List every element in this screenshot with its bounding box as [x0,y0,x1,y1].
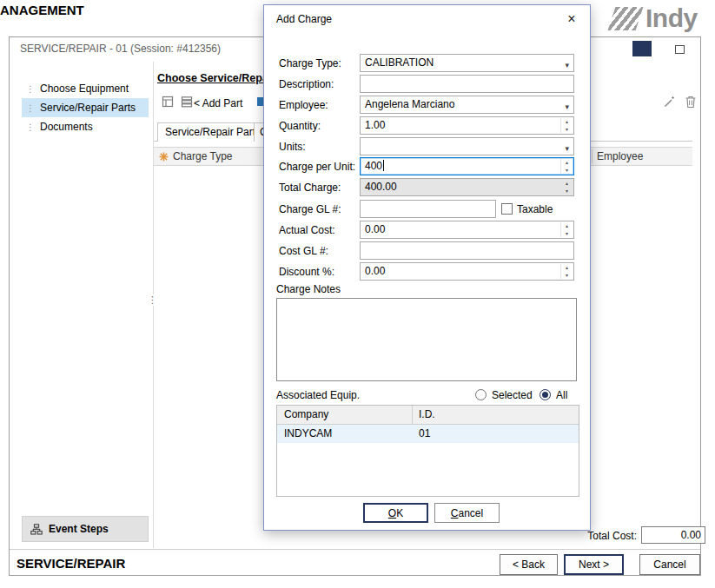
equip-table-header: Company I.D. [277,406,579,425]
grid-column-charge-type[interactable]: Charge Type [173,150,233,162]
total-charge-value: 400.00 [365,181,397,193]
total-charge-input: 400.00 ▴▾ [360,178,574,196]
charge-gl-input[interactable] [360,200,496,218]
tab-service-repair-parts[interactable]: Service/Repair Parts [157,122,255,142]
radio-selected[interactable] [475,389,487,400]
splitter-grip-icon[interactable]: ⋮ [147,294,158,306]
equip-column-divider [412,406,413,424]
wizard-title: SERVICE/REPAIR [17,556,125,571]
tab-label: Service/Repair Parts [165,126,261,138]
box-icon[interactable] [161,95,175,109]
dialog-close-button[interactable]: × [564,11,579,27]
quantity-input[interactable]: 1.00 ▴▾ [360,116,574,135]
radio-selected-label: Selected [492,389,533,401]
chevron-down-icon: ▾ [565,99,569,114]
drag-grip-icon: ⋮ [22,122,40,132]
total-cost-field[interactable]: 0.00 [641,526,705,544]
cancel-button[interactable]: Cancel [434,503,500,523]
cost-gl-label: Cost GL #: [279,245,328,258]
drag-grip-icon: ⋮ [22,84,40,94]
charge-notes-label: Charge Notes [276,283,341,296]
spinner-down-icon[interactable]: ▾ [561,126,573,134]
description-input[interactable] [360,75,574,93]
discount-input[interactable]: 0.00 ▴▾ [360,262,574,281]
next-button[interactable]: Next > [564,554,624,575]
spinner-down-icon[interactable]: ▾ [561,167,573,175]
radio-all[interactable] [540,389,551,400]
charge-notes-textarea[interactable] [276,298,577,381]
sidebar-item-choose-equipment[interactable]: ⋮Choose Equipment [22,79,149,98]
chevron-down-icon: ▾ [565,141,569,155]
equip-company-cell: INDYCAM [284,427,332,439]
discount-label: Discount %: [279,266,334,279]
sidebar-item-label: Service/Repair Parts [40,102,136,114]
wizard-cancel-button[interactable]: Cancel [639,554,700,575]
event-steps-label: Event Steps [49,523,109,535]
stack-icon[interactable] [180,95,195,109]
employee-select[interactable]: Angelena Marciano ▾ [360,96,574,114]
spinner-down-icon[interactable]: ▾ [561,272,573,280]
sidebar-item-service-repair-parts[interactable]: ⋮Service/Repair Parts [22,98,149,117]
charge-type-select[interactable]: CALIBRATION ▾ [360,54,574,72]
total-charge-spinner[interactable]: ▴▾ [560,180,573,195]
cancel-button-label: Cancel [435,507,499,519]
actual-cost-spinner[interactable]: ▴▾ [560,222,573,237]
event-steps-button[interactable]: Event Steps [22,516,149,542]
back-button[interactable]: < Back [500,554,558,575]
spinner-up-icon[interactable]: ▴ [561,264,573,272]
cost-gl-input[interactable] [360,241,574,260]
ok-button[interactable]: OK [363,503,428,523]
add-part-button[interactable]: < Add Part [194,97,242,109]
equip-column-id[interactable]: I.D. [419,408,435,420]
quantity-spinner[interactable]: ▴▾ [560,118,573,133]
spinner-up-icon[interactable]: ▴ [561,180,573,188]
window-maximize-button[interactable] [675,45,685,54]
desktop: ANAGEMENT Indy SERVICE/REPAIR - 01 (Sess… [0,0,715,588]
equip-id-cell: 01 [419,427,430,439]
grid-column-employee[interactable]: Employee [597,150,643,162]
spinner-down-icon[interactable]: ▾ [561,188,573,195]
total-cost-label: Total Cost: [531,530,637,542]
radio-all-label: All [556,389,567,401]
actual-cost-input[interactable]: 0.00 ▴▾ [360,221,574,239]
background-app-title: ANAGEMENT [0,3,84,17]
description-label: Description: [279,78,334,91]
total-charge-label: Total Charge: [279,182,341,195]
units-select[interactable]: ▾ [360,137,574,155]
taxable-checkbox[interactable] [501,203,513,215]
discount-spinner[interactable]: ▴▾ [560,264,573,279]
text-caret [383,160,384,171]
add-charge-dialog: Add Charge × Charge Type: CALIBRATION ▾ … [263,4,591,531]
spinner-up-icon[interactable]: ▴ [561,159,573,167]
trash-icon[interactable] [684,95,698,109]
associated-equip-table: Company I.D. INDYCAM 01 [276,405,579,497]
ok-button-label: OK [365,507,427,519]
charge-per-unit-input[interactable]: 400 ▴▾ [360,157,574,175]
spinner-up-icon[interactable]: ▴ [561,118,573,126]
stripes-logo-icon [608,7,644,30]
sidebar-item-documents[interactable]: ⋮Documents [22,117,149,136]
spinner-down-icon[interactable]: ▾ [561,230,573,238]
dialog-title: Add Charge [276,13,332,25]
discount-value: 0.00 [365,265,385,277]
window-minimize-button[interactable] [632,41,652,56]
footer-divider [10,549,700,550]
chevron-down-icon: ▾ [565,57,569,72]
asterisk-icon [159,152,169,162]
charge-type-label: Charge Type: [279,57,341,70]
sidebar-item-label: Documents [40,121,93,133]
spinner-up-icon[interactable]: ▴ [561,222,573,230]
grid-column-divider [592,149,593,163]
brand-logo-text: Indy [645,3,698,33]
charge-per-unit-spinner[interactable]: ▴▾ [560,159,573,174]
charge-per-unit-value: 400 [365,160,382,172]
table-row[interactable]: INDYCAM 01 [277,425,579,443]
quantity-value: 1.00 [365,119,385,131]
charge-gl-label: Charge GL #: [279,203,341,216]
brand-logo: Indy [612,3,698,33]
sidebar-item-label: Choose Equipment [40,83,129,95]
magic-wand-icon[interactable] [662,95,677,109]
units-label: Units: [279,141,306,154]
equip-column-company[interactable]: Company [284,408,328,420]
associated-equip-label: Associated Equip. [276,389,360,401]
